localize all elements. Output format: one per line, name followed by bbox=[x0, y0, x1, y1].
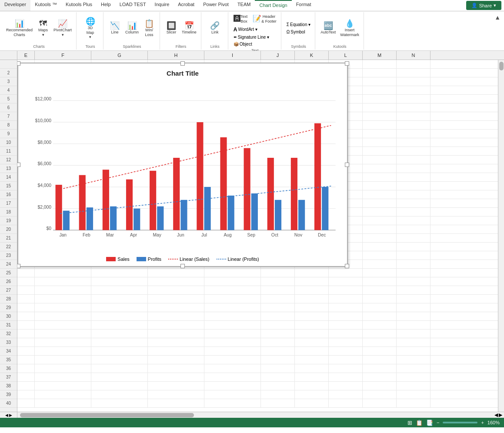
chart-handle-bl[interactable] bbox=[17, 264, 20, 268]
grid-cell[interactable] bbox=[329, 356, 363, 364]
grid-cell[interactable] bbox=[35, 295, 91, 303]
grid-cell[interactable] bbox=[261, 330, 295, 338]
grid-cell[interactable] bbox=[17, 330, 35, 338]
grid-cell[interactable] bbox=[204, 303, 261, 312]
grid-cell[interactable] bbox=[397, 330, 431, 338]
grid-cell[interactable] bbox=[204, 373, 261, 382]
grid-cell[interactable] bbox=[397, 234, 431, 243]
grid-cell[interactable] bbox=[397, 173, 431, 182]
link-button[interactable]: 🔗 Link bbox=[207, 21, 223, 36]
grid-cell[interactable] bbox=[91, 356, 148, 364]
grid-cell[interactable] bbox=[17, 303, 35, 312]
col-header-K[interactable]: K bbox=[295, 51, 329, 60]
grid-cell[interactable] bbox=[363, 121, 397, 130]
grid-cell[interactable] bbox=[397, 60, 431, 69]
grid-cell[interactable] bbox=[91, 390, 148, 399]
grid-cell[interactable] bbox=[295, 382, 329, 390]
grid-cell[interactable] bbox=[363, 199, 397, 208]
insert-watermark-button[interactable]: 💧 InsertWatermark bbox=[338, 19, 361, 38]
grid-cell[interactable] bbox=[17, 277, 35, 286]
col-header-N[interactable]: N bbox=[397, 51, 431, 60]
grid-cell[interactable] bbox=[363, 86, 397, 95]
zoom-slider[interactable] bbox=[443, 422, 477, 423]
grid-cell[interactable] bbox=[204, 390, 261, 399]
grid-cell[interactable] bbox=[204, 330, 261, 338]
grid-cell[interactable] bbox=[329, 321, 363, 330]
grid-cell[interactable] bbox=[261, 286, 295, 295]
col-header-G[interactable]: G bbox=[91, 51, 148, 60]
tab-help[interactable]: Help bbox=[97, 0, 115, 11]
grid-cell[interactable] bbox=[148, 303, 204, 312]
chart-container[interactable]: Chart Title $0 $2,000 $4,000 $6,000 $8,0… bbox=[17, 63, 348, 267]
grid-cell[interactable] bbox=[148, 373, 204, 382]
maps-button[interactable]: 🗺 Maps ▾ bbox=[35, 19, 51, 38]
grid-cell[interactable] bbox=[329, 399, 363, 408]
zoom-minus[interactable]: − bbox=[437, 420, 439, 425]
grid-cell[interactable] bbox=[91, 277, 148, 286]
grid-cell[interactable] bbox=[261, 373, 295, 382]
grid-cell[interactable] bbox=[204, 338, 261, 347]
grid-cell[interactable] bbox=[397, 260, 431, 269]
col-header-F[interactable]: F bbox=[35, 51, 91, 60]
vscroll-thumb[interactable] bbox=[499, 62, 504, 70]
grid-cell[interactable] bbox=[204, 295, 261, 303]
grid-cell[interactable] bbox=[35, 390, 91, 399]
grid-cell[interactable] bbox=[295, 295, 329, 303]
grid-cell[interactable] bbox=[295, 390, 329, 399]
grid-cell[interactable] bbox=[363, 95, 397, 103]
grid-cell[interactable] bbox=[397, 208, 431, 216]
grid-cell[interactable] bbox=[329, 277, 363, 286]
tab-inquire[interactable]: Inquire bbox=[150, 0, 174, 11]
col-header-I[interactable]: I bbox=[204, 51, 261, 60]
grid-cell[interactable] bbox=[204, 277, 261, 286]
grid-cell[interactable] bbox=[91, 269, 148, 277]
symbol-button[interactable]: Ω Symbol bbox=[285, 29, 312, 35]
grid-cell[interactable] bbox=[363, 208, 397, 216]
grid-cell[interactable] bbox=[397, 164, 431, 173]
grid-cell[interactable] bbox=[329, 347, 363, 356]
grid-cell[interactable] bbox=[91, 312, 148, 321]
grid-cell[interactable] bbox=[363, 103, 397, 112]
grid-cell[interactable] bbox=[329, 295, 363, 303]
grid-cell[interactable] bbox=[17, 312, 35, 321]
grid-cell[interactable] bbox=[363, 338, 397, 347]
grid-cell[interactable] bbox=[363, 130, 397, 138]
grid-cell[interactable] bbox=[148, 364, 204, 373]
grid-cell[interactable] bbox=[363, 356, 397, 364]
h-scrollbar[interactable] bbox=[17, 412, 493, 418]
col-header-E[interactable]: E bbox=[17, 51, 35, 60]
equation-button[interactable]: Σ Equation ▾ bbox=[285, 21, 312, 28]
grid-cell[interactable] bbox=[148, 382, 204, 390]
grid-cell[interactable] bbox=[261, 390, 295, 399]
grid-cell[interactable] bbox=[329, 338, 363, 347]
grid-cell[interactable] bbox=[363, 321, 397, 330]
grid-cell[interactable] bbox=[363, 112, 397, 121]
grid-cell[interactable] bbox=[397, 347, 431, 356]
grid-cell[interactable] bbox=[363, 234, 397, 243]
grid-cell[interactable] bbox=[397, 390, 431, 399]
tab-kutools[interactable]: Kutools ™ bbox=[30, 0, 61, 11]
grid-cell[interactable] bbox=[35, 338, 91, 347]
grid-cell[interactable] bbox=[397, 77, 431, 86]
grid-cell[interactable] bbox=[91, 347, 148, 356]
grid-cell[interactable] bbox=[295, 347, 329, 356]
grid-cell[interactable] bbox=[363, 277, 397, 286]
grid-cell[interactable] bbox=[17, 347, 35, 356]
grid-cell[interactable] bbox=[295, 399, 329, 408]
grid-cell[interactable] bbox=[91, 399, 148, 408]
grid-cell[interactable] bbox=[397, 216, 431, 225]
grid-cell[interactable] bbox=[329, 286, 363, 295]
grid-cell[interactable] bbox=[329, 390, 363, 399]
grid-cell[interactable] bbox=[363, 286, 397, 295]
grid-cell[interactable] bbox=[91, 330, 148, 338]
grid-cell[interactable] bbox=[17, 338, 35, 347]
3dmap-button[interactable]: 🌐 3DMap ▾ bbox=[83, 17, 98, 40]
grid-cell[interactable] bbox=[261, 303, 295, 312]
pivotchart-button[interactable]: 📈 PivotChart ▾ bbox=[52, 19, 73, 38]
grid-cell[interactable] bbox=[35, 382, 91, 390]
grid-cell[interactable] bbox=[148, 347, 204, 356]
grid-cell[interactable] bbox=[295, 321, 329, 330]
grid-cell[interactable] bbox=[17, 373, 35, 382]
grid-cell[interactable] bbox=[148, 286, 204, 295]
chart-handle-bm[interactable] bbox=[180, 264, 185, 268]
